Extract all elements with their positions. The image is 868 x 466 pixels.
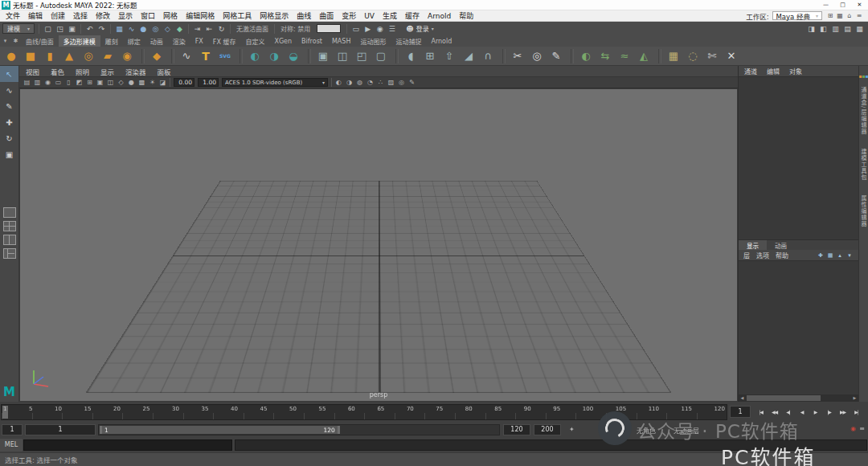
- target-weld-icon[interactable]: ◎: [527, 47, 547, 65]
- dock-tab[interactable]: 建模工具包: [859, 149, 867, 181]
- menu-item[interactable]: 缓存: [401, 10, 424, 21]
- horizontal-scrollbar[interactable]: ◀ ▶: [739, 394, 858, 402]
- menu-item[interactable]: 网格显示: [256, 10, 293, 21]
- bridge-icon[interactable]: ∩: [478, 47, 497, 65]
- bookmark-icon[interactable]: ▥: [32, 79, 43, 86]
- lasso-tool-button[interactable]: ∿: [0, 82, 18, 98]
- scroll-right-icon[interactable]: ▶: [851, 394, 858, 402]
- step-forward-frame-button[interactable]: ▶▶: [836, 404, 850, 420]
- image-plane-icon[interactable]: ▤: [22, 79, 32, 86]
- layout-two-pane-button[interactable]: [3, 235, 16, 245]
- multi-cut-icon[interactable]: ✂: [508, 47, 527, 65]
- layout-three-pane-button[interactable]: [3, 248, 16, 259]
- symmetry-icon[interactable]: ⇆: [596, 47, 615, 65]
- menu-item[interactable]: 生成: [379, 10, 401, 21]
- animation-end-field[interactable]: 200: [534, 424, 561, 435]
- shelf-tab[interactable]: 雕刻: [100, 35, 123, 47]
- menu-item[interactable]: 修改: [92, 10, 114, 21]
- new-empty-layer-icon[interactable]: ✚: [817, 252, 825, 259]
- resolution-gate-icon[interactable]: ▯: [63, 79, 74, 86]
- shelf-tab[interactable]: XGen: [269, 35, 297, 47]
- lattice-icon[interactable]: ▦: [664, 47, 683, 65]
- layer-editor-tab[interactable]: 显示: [739, 240, 767, 250]
- channel-box-dock-icon[interactable]: ▪: [866, 73, 868, 79]
- snap-projected-center-icon[interactable]: ◎: [149, 25, 162, 33]
- exposure-field[interactable]: 0.00: [174, 78, 194, 87]
- camera-attributes-icon[interactable]: ◉: [43, 79, 53, 86]
- menu-item[interactable]: 网格工具: [219, 10, 256, 21]
- textured-icon[interactable]: ▩: [137, 79, 147, 86]
- channel-box-menu[interactable]: 对象: [789, 67, 802, 76]
- boolean-difference-icon[interactable]: ◑: [264, 47, 284, 65]
- smooth-icon[interactable]: ◖: [401, 47, 420, 65]
- svg-tool-icon[interactable]: SVG: [215, 47, 235, 65]
- isolate-select-icon[interactable]: ◎: [396, 79, 407, 86]
- lights-icon[interactable]: ☀: [147, 79, 158, 86]
- save-scene-icon[interactable]: ▣: [66, 25, 78, 33]
- scrollbar-thumb[interactable]: [747, 395, 821, 401]
- menu-item[interactable]: 显示: [114, 10, 137, 21]
- animation-preferences-icon[interactable]: ≡: [859, 425, 865, 432]
- menu-item[interactable]: 编辑: [24, 10, 47, 21]
- open-scene-icon[interactable]: ◳: [54, 25, 66, 33]
- dock-tab[interactable]: 属性编辑器: [859, 195, 867, 227]
- wrap-icon[interactable]: ◌: [683, 47, 702, 65]
- current-time-field[interactable]: 1: [730, 406, 751, 418]
- panel-menu-item[interactable]: 着色: [51, 67, 64, 76]
- move-layer-up-icon[interactable]: ▴: [836, 252, 844, 259]
- shelf-tab[interactable]: 曲线/曲面: [21, 35, 59, 47]
- platonic-solid-icon[interactable]: ◆: [147, 47, 166, 65]
- shelf-tab[interactable]: 渲染: [168, 35, 190, 47]
- boolean-intersection-icon[interactable]: ◒: [284, 47, 303, 65]
- shelf-tab[interactable]: 多边形建模: [59, 35, 100, 47]
- play-forwards-button[interactable]: ▶: [809, 404, 822, 420]
- range-slider-track[interactable]: 1 120: [98, 424, 500, 435]
- average-vertices-icon[interactable]: ≈: [615, 47, 634, 65]
- gamma-toggle-icon[interactable]: ◑: [344, 79, 354, 86]
- menu-item[interactable]: 文件: [2, 10, 24, 21]
- layout-single-pane-button[interactable]: [3, 207, 16, 218]
- sculpt-tool-icon[interactable]: ◭: [634, 47, 653, 65]
- menu-item[interactable]: 曲面: [315, 10, 338, 21]
- panel-menu-item[interactable]: 面板: [158, 67, 171, 76]
- menu-item[interactable]: 编辑网格: [182, 10, 219, 21]
- menu-item[interactable]: 变形: [338, 10, 360, 21]
- menu-set-selector[interactable]: 建模 ▾: [2, 23, 35, 34]
- shelf-menu-icon[interactable]: ▾: [0, 38, 10, 44]
- panel-menu-item[interactable]: 照明: [76, 67, 89, 76]
- snap-curve-icon[interactable]: ∿: [125, 25, 137, 33]
- shelf-tab[interactable]: 动画: [145, 35, 168, 47]
- sign-in-button[interactable]: ☻ 登录 ▾: [406, 24, 433, 33]
- go-to-end-button[interactable]: ▶|: [850, 404, 863, 420]
- shelf-tab[interactable]: Arnold: [426, 35, 457, 47]
- panel-menu-item[interactable]: 渲染器: [125, 67, 146, 76]
- playback-start-field[interactable]: 1: [25, 424, 96, 435]
- dock-tab[interactable]: 通道盒/层编辑器: [859, 87, 867, 134]
- menu-item[interactable]: 创建: [47, 10, 69, 21]
- time-slider[interactable]: 1510152025303540455055606570758085909510…: [1, 404, 727, 420]
- menu-item[interactable]: UV: [360, 12, 379, 20]
- menu-item[interactable]: 曲线: [293, 10, 315, 21]
- shelf-tab[interactable]: MASH: [327, 35, 355, 47]
- snap-point-icon[interactable]: ●: [137, 25, 149, 33]
- toggle-attribute-editor-icon[interactable]: ▥: [829, 25, 841, 33]
- menu-item[interactable]: 窗口: [137, 10, 159, 21]
- combine-icon[interactable]: ▣: [313, 47, 333, 65]
- new-scene-icon[interactable]: ▢: [42, 25, 54, 33]
- output-connections-icon[interactable]: ⇤: [203, 25, 215, 33]
- workspace-selector[interactable]: Maya 经典 ▾: [772, 11, 823, 20]
- move-layer-down-icon[interactable]: ▾: [845, 252, 854, 259]
- key-icon[interactable]: ✦: [569, 426, 575, 433]
- shelf-tab[interactable]: FX: [190, 35, 208, 47]
- menu-item[interactable]: Arnold: [424, 12, 455, 20]
- motion-blur-icon[interactable]: ◔: [365, 79, 375, 86]
- minimize-button[interactable]: —: [817, 0, 834, 10]
- poly-cylinder-icon[interactable]: ▮: [40, 47, 59, 65]
- curves-icon[interactable]: ∿: [177, 47, 196, 65]
- separate-icon[interactable]: ◫: [333, 47, 352, 65]
- step-forward-key-button[interactable]: |▶: [822, 404, 836, 420]
- animation-start-field[interactable]: 1: [2, 424, 23, 435]
- toggle-tool-settings-icon[interactable]: ▤: [841, 25, 854, 33]
- add-divisions-icon[interactable]: ⊞: [420, 47, 440, 65]
- rotate-tool-button[interactable]: ↻: [0, 130, 18, 146]
